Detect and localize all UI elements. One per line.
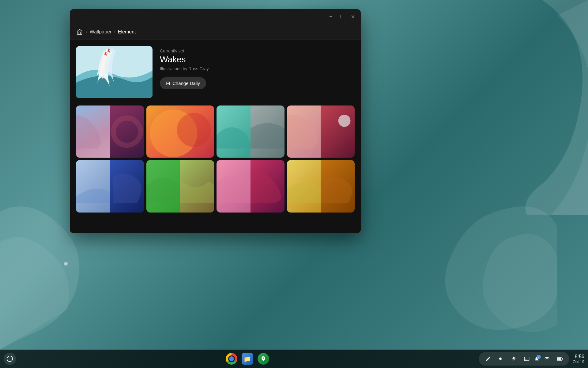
battery-icon (554, 353, 565, 364)
wifi-icon (541, 353, 552, 364)
title-bar: − □ ✕ (70, 9, 361, 24)
breadcrumb-wallpaper[interactable]: Wallpaper (90, 29, 111, 35)
svg-point-5 (113, 118, 141, 145)
wallpaper-item-3[interactable] (217, 105, 285, 158)
hero-info: Currently set Wakes Illustrations by Rus… (160, 46, 209, 89)
svg-rect-11 (562, 358, 563, 360)
chrome-icon (226, 353, 237, 365)
close-button[interactable]: ✕ (349, 12, 357, 21)
audio-icon (496, 353, 507, 364)
wallpaper-item-8[interactable] (287, 160, 355, 212)
app-window: − □ ✕ › Wallpaper › Element (70, 9, 361, 233)
hero-section: Currently set Wakes Illustrations by Rus… (76, 46, 355, 98)
files-icon: 📁 (242, 353, 253, 365)
wallpaper-item-5[interactable] (76, 160, 144, 212)
stylus-icon (483, 353, 494, 364)
wallpaper-grid (76, 105, 355, 213)
change-daily-label: Change Daily (172, 81, 200, 86)
microphone-icon (508, 353, 519, 364)
currently-set-label: Currently set (160, 48, 209, 53)
svg-point-9 (7, 356, 13, 362)
taskbar-files[interactable]: 📁 (241, 352, 254, 366)
current-wallpaper-preview (76, 46, 153, 98)
taskbar: 📁 (0, 350, 588, 368)
change-daily-button[interactable]: ⊞ Change Daily (160, 77, 206, 89)
notification-count: 2 (537, 355, 541, 359)
maps-icon (258, 353, 269, 365)
svg-rect-12 (557, 358, 561, 360)
content-area: Currently set Wakes Illustrations by Rus… (70, 40, 361, 233)
system-status-area[interactable]: 2 (479, 352, 569, 366)
cast-icon (521, 353, 532, 364)
clock-time: 8:56 (575, 354, 584, 359)
svg-point-7 (177, 113, 211, 147)
wallpaper-item-2[interactable] (146, 105, 214, 158)
breadcrumb: › Wallpaper › Element (70, 24, 361, 40)
taskbar-chrome[interactable] (225, 352, 238, 366)
wallpaper-item-1[interactable] (76, 105, 144, 158)
minimize-button[interactable]: − (326, 12, 335, 21)
svg-point-8 (338, 115, 351, 127)
change-daily-icon: ⊞ (166, 80, 170, 86)
clock-widget[interactable]: 8:56 Oct 19 (573, 354, 584, 364)
wallpaper-item-7[interactable] (217, 160, 285, 212)
maximize-button[interactable]: □ (337, 12, 346, 21)
breadcrumb-sep-2: › (114, 29, 115, 34)
taskbar-apps: 📁 (16, 352, 479, 366)
breadcrumb-element: Element (118, 29, 136, 35)
launcher-button[interactable] (4, 353, 16, 365)
wallpaper-author: Illustrations by Russ Gray (160, 66, 209, 71)
home-button[interactable] (76, 28, 83, 36)
taskbar-system-tray: 2 8:56 Oct 19 (479, 352, 584, 366)
breadcrumb-sep-1: › (86, 29, 87, 34)
clock-date: Oct 19 (573, 359, 584, 364)
taskbar-maps[interactable] (257, 352, 270, 366)
wallpaper-name: Wakes (160, 55, 209, 64)
notification-area[interactable]: 2 (534, 356, 540, 362)
wallpaper-item-6[interactable] (146, 160, 214, 212)
wallpaper-item-4[interactable] (287, 105, 355, 158)
